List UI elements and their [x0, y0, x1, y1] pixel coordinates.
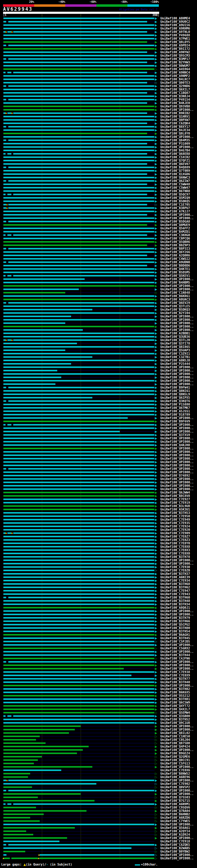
hit-label[interactable]: UniRef100_C7E8X8 — [160, 545, 190, 548]
hit-row[interactable]: ▲▲▶UniRef100_C7E909 — [0, 531, 197, 535]
hit-row[interactable]: ▶UniRef100_B3N8J4 — [0, 95, 197, 98]
hit-label[interactable]: UniRef100_Q6TMK7 — [160, 406, 190, 409]
hit-label[interactable]: UniRef100_UPI000.. — [160, 477, 194, 480]
hit-label[interactable]: UniRef100_Q6Y266 — [160, 250, 190, 254]
hit-row[interactable]: ▶UniRef100_Q68ER8 — [0, 152, 197, 155]
hit-label[interactable]: UniRef100_Q7S503 — [160, 796, 190, 799]
hit-row[interactable]: ▶UniRef100_Q5MIQ9 — [0, 196, 197, 199]
hit-label[interactable]: UniRef100_A8Q0J1 — [160, 606, 190, 609]
hit-row[interactable]: ▶UniRef100_Q3SB00 — [0, 714, 197, 718]
hit-label[interactable]: UniRef100_A2Q0R6 — [160, 254, 190, 257]
hit-label[interactable]: UniRef100_Q3KQT6 — [160, 399, 190, 403]
hit-row[interactable]: ▶UniRef100_C1BQ87 — [0, 91, 197, 95]
hit-row[interactable]: ▶UniRef100_UPI000.. — [0, 836, 197, 840]
hit-label[interactable]: UniRef100_UPI000.. — [160, 423, 194, 427]
hit-row[interactable]: ▶UniRef100_C5XCR2 — [0, 155, 197, 159]
hit-label[interactable]: UniRef100_UPI000.. — [160, 823, 194, 826]
hit-label[interactable]: UniRef100_UPI000.. — [160, 728, 194, 731]
hit-label[interactable]: UniRef100_C7E949 — [160, 518, 190, 521]
hit-label[interactable]: UniRef100_B4LRC7 — [160, 78, 190, 81]
hit-label[interactable]: UniRef100_B3TH45 — [160, 637, 190, 640]
hit-row[interactable]: ▷UniRef100_Q5EMW4 — [0, 711, 197, 714]
hit-label[interactable]: UniRef100_P49154 — [160, 98, 190, 101]
hit-row[interactable]: ▷UniRef100_Q875D8 — [0, 741, 197, 745]
hit-row[interactable]: ▶UniRef100_Q5QBH6 — [0, 240, 197, 244]
hit-label[interactable]: UniRef100_C1N848 — [160, 291, 190, 294]
hit-row[interactable]: ▶UniRef100_UPI000.. — [0, 457, 197, 460]
hit-label[interactable]: UniRef100_C7E918 — [160, 840, 190, 843]
hit-row[interactable]: ▶UniRef100_B3TH53 — [0, 511, 197, 515]
hit-label[interactable]: UniRef100_Q3SB00 — [160, 714, 190, 718]
hit-row[interactable]: ▶UniRef100_A8N5J8 — [0, 359, 197, 362]
hit-label[interactable]: UniRef100_UPI000.. — [160, 447, 194, 450]
hit-label[interactable]: UniRef100_Q1XGD6 — [160, 173, 190, 176]
hit-label[interactable]: UniRef100_UPI000.. — [160, 379, 194, 382]
hit-row[interactable]: ▶UniRef100_A9PDI4 — [0, 44, 197, 47]
hit-row[interactable]: ▶UniRef100_Q8I865 — [0, 345, 197, 348]
hit-row[interactable]: ▲▷UniRef100_C1E705 — [0, 203, 197, 206]
hit-row[interactable]: ▶UniRef100_B4HBM5 — [0, 281, 197, 284]
hit-row[interactable]: ▶UniRef100_B4KJE0 — [0, 101, 197, 105]
hit-row[interactable]: ▶UniRef100_UPI000.. — [0, 318, 197, 321]
hit-row[interactable]: ▶UniRef100_Q5UAP3 — [0, 348, 197, 352]
hit-label[interactable]: UniRef100_O74892 — [160, 474, 190, 477]
hit-row[interactable]: ▶UniRef100_UPI000.. — [0, 145, 197, 149]
hit-row[interactable]: ▶UniRef100_B3TH45 — [0, 637, 197, 640]
hit-label[interactable]: UniRef100_B3TH34 — [160, 602, 190, 606]
hit-row[interactable]: ▷UniRef100_A1D924 — [0, 833, 197, 836]
hit-label[interactable]: UniRef100_UPI000.. — [160, 416, 194, 420]
hit-row[interactable]: ▶UniRef100_P25444 — [0, 362, 197, 366]
hit-label[interactable]: UniRef100_Q2GME6 — [160, 755, 190, 758]
hit-row[interactable]: ▲▲▶UniRef100_A9TNL0 — [0, 30, 197, 34]
hit-label[interactable]: UniRef100_A5JSS1 — [160, 409, 190, 413]
hit-label[interactable]: UniRef100_UPI000.. — [160, 213, 194, 216]
hit-row[interactable]: ▶UniRef100_C5WW48 — [0, 183, 197, 186]
hit-row[interactable]: ▶UniRef100_Q4YT72 — [0, 704, 197, 708]
hit-row[interactable]: ▷UniRef100_B8NW52 — [0, 772, 197, 775]
hit-row[interactable]: ▶UniRef100_B5DKQ5 — [0, 199, 197, 203]
hit-label[interactable]: UniRef100_Q5CPU2 — [160, 623, 190, 626]
hit-row[interactable]: ▶UniRef100_A9NMF2 — [0, 74, 197, 78]
hit-row[interactable]: ▶UniRef100_B2YHW3 — [0, 61, 197, 64]
hit-row[interactable]: ▶UniRef100_B3TH66 — [0, 620, 197, 623]
hit-label[interactable]: UniRef100_A8UAC3 — [160, 298, 190, 301]
hit-row[interactable]: ▶UniRef100_C7E8X9 — [0, 674, 197, 677]
hit-label[interactable]: UniRef100_B2YHW3 — [160, 61, 190, 64]
hit-row[interactable]: ▶UniRef100_Q0PXW7 — [0, 118, 197, 122]
hit-label[interactable]: UniRef100_UPI000.. — [160, 667, 194, 670]
hit-label[interactable]: UniRef100_Q7RA04 — [160, 809, 190, 813]
hit-row[interactable]: ▶UniRef100_B4Q889 — [0, 166, 197, 169]
hit-row[interactable]: ▶UniRef100_UPI000.. — [0, 423, 197, 427]
hit-label[interactable]: UniRef100_Q3UB36 — [160, 335, 190, 338]
hit-row[interactable]: ▷UniRef100_B0YBW2 — [0, 850, 197, 853]
hit-label[interactable]: UniRef100_UPI000.. — [160, 748, 194, 752]
hit-row[interactable]: ▶UniRef100_B3TH34 — [0, 602, 197, 606]
hit-row[interactable]: ▶UniRef100_B3TH77 — [0, 677, 197, 680]
hit-row[interactable]: ▲▲▷UniRef100_UPI000.. — [0, 857, 197, 860]
hit-row[interactable]: ▶UniRef100_A6NI39 — [0, 576, 197, 579]
hit-row[interactable]: ▷UniRef100_A2QYI4 — [0, 830, 197, 833]
hit-label[interactable]: UniRef100_UPI000.. — [160, 108, 194, 112]
hit-label[interactable]: UniRef100_A8N5J8 — [160, 359, 190, 362]
hit-label[interactable]: UniRef100_UPI000.. — [160, 836, 194, 840]
hit-label[interactable]: UniRef100_B3TH78 — [160, 555, 190, 559]
hit-row[interactable]: ▶UniRef100_UPI000.. — [0, 484, 197, 488]
hit-row[interactable]: ▶UniRef100_A8HME4 — [0, 17, 197, 20]
hit-label[interactable]: UniRef100_C0SJ04 — [160, 738, 190, 741]
hit-row[interactable]: ▶UniRef100_A7RJJ7 — [0, 210, 197, 213]
hit-label[interactable]: UniRef100_B5DKQ5 — [160, 199, 190, 203]
hit-row[interactable]: ▶UniRef100_UPI000.. — [0, 660, 197, 663]
hit-label[interactable]: UniRef100_B9RIB2 — [160, 112, 190, 115]
hit-row[interactable]: ▶UniRef100_B7G715 — [0, 799, 197, 802]
hit-label[interactable]: UniRef100_Q6EV07 — [160, 162, 190, 166]
hit-label[interactable]: UniRef100_C3Z9I1 — [160, 352, 190, 355]
hit-label[interactable]: UniRef100_A9NMF2 — [160, 74, 190, 78]
hit-label[interactable]: UniRef100_B4MZD1 — [160, 230, 190, 234]
hit-label[interactable]: UniRef100_B3TH48 — [160, 599, 190, 602]
hit-row[interactable]: ▷UniRef100_C1N848 — [0, 291, 197, 294]
hit-label[interactable]: UniRef100_A9U156 — [160, 23, 190, 27]
hit-label[interactable]: UniRef100_B6KR61 — [160, 294, 190, 298]
hit-label[interactable]: UniRef100_B0Z9P3 — [160, 244, 190, 247]
hit-label[interactable]: UniRef100_C3Z7B1 — [160, 355, 190, 359]
hit-row[interactable]: ▶UniRef100_B5DSM5 — [0, 271, 197, 274]
